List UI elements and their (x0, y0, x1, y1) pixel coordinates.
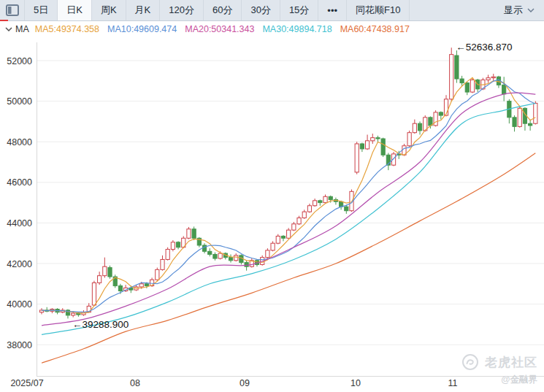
toolbar-tabs: 5日日K周K月K120分60分30分15分•••同花顺F10 (25, 0, 410, 20)
candle-body (307, 206, 311, 212)
candle-body (376, 138, 380, 139)
y-tick-label: 40000 (7, 299, 32, 310)
y-tick-label: 52000 (7, 56, 32, 66)
kline-chart[interactable]: 5200050000480004600044000420004000038000… (0, 36, 544, 392)
candle-body (302, 212, 306, 218)
candle-body (271, 243, 275, 250)
high-price-annotation: ←52636.870 (456, 42, 512, 53)
candle-body (287, 230, 291, 238)
y-axis-labels: 5200050000480004600044000420004000038000 (7, 56, 32, 350)
candle-body (281, 236, 285, 238)
y-tick-label: 38000 (7, 340, 32, 350)
tab-day-k[interactable]: 日K (58, 0, 92, 20)
ma-indicator-row: MA MA5:49374.358MA10:49609.474MA20:50341… (0, 21, 544, 36)
chart-toolbar: 5日日K周K月K120分60分30分15分•••同花顺F10 显示 (0, 0, 544, 21)
candle-body (345, 207, 348, 211)
grid-lines (37, 61, 544, 345)
candle-body (103, 266, 107, 276)
candle-body (292, 224, 296, 230)
candle-body (297, 218, 301, 223)
tab-5day[interactable]: 5日 (25, 0, 58, 20)
tab-30min[interactable]: 30分 (242, 0, 280, 20)
toolbar-spacer (410, 0, 494, 20)
candle-body (486, 78, 490, 80)
tab-more[interactable]: ••• (318, 0, 347, 20)
candle-body (218, 253, 222, 258)
candle-body (518, 108, 521, 126)
y-tick-label: 48000 (7, 137, 32, 147)
candle-body (161, 259, 164, 269)
tab-60min[interactable]: 60分 (204, 0, 242, 20)
candle-body (266, 250, 269, 258)
ma-title: MA (15, 24, 29, 34)
tab-ths-f10[interactable]: 同花顺F10 (347, 0, 410, 20)
candle-body (513, 118, 516, 127)
candle-body (371, 138, 375, 141)
x-tick-label: 10 (350, 378, 361, 388)
candle-body (72, 313, 75, 315)
ma-legend-ma30: MA30:49894.718 (262, 24, 332, 34)
display-button[interactable]: 显示 (494, 0, 544, 20)
candle-body (434, 112, 437, 126)
candle-body (465, 83, 469, 93)
candle-body (470, 80, 474, 92)
candle-body (355, 144, 359, 172)
candle-body (439, 112, 443, 115)
candle-body (108, 268, 112, 277)
ma-line-ma5 (42, 77, 535, 313)
candle-body (323, 196, 327, 202)
candle-body (208, 251, 212, 254)
y-tick-label: 50000 (7, 96, 32, 107)
ma-legend: MA5:49374.358MA10:49609.474MA20:50341.34… (35, 24, 418, 34)
candle-body (98, 276, 101, 283)
ma-line-ma20 (42, 93, 535, 326)
chevron-down-icon (5, 27, 12, 31)
ma-collapse-toggle[interactable] (5, 27, 12, 31)
ma-legend-ma10: MA10:49609.474 (107, 24, 177, 34)
candle-body (318, 201, 322, 203)
tab-month-k[interactable]: 月K (126, 0, 161, 20)
x-tick-label: 08 (130, 378, 140, 388)
candle-body (245, 263, 248, 267)
ma-line-ma30 (42, 104, 535, 335)
candle-body (381, 139, 385, 155)
candle-body (529, 123, 532, 126)
candle-body (229, 258, 232, 261)
candle-body (118, 286, 122, 291)
ma-legend-ma60: MA60:47438.917 (340, 24, 410, 34)
candle-body (213, 254, 217, 258)
candle-body (407, 133, 411, 146)
tab-120min[interactable]: 120分 (160, 0, 204, 20)
y-tick-label: 46000 (7, 177, 32, 188)
candle-body (192, 229, 196, 239)
low-price-annotation: ←39288.900 (72, 319, 129, 330)
candle-body (450, 55, 453, 99)
candle-body (171, 242, 175, 250)
y-tick-label: 42000 (7, 259, 32, 269)
ma-legend-ma20: MA20:50341.343 (185, 24, 254, 34)
y-tick-label: 44000 (7, 218, 32, 228)
candle-body (166, 250, 169, 260)
candle-body (156, 269, 159, 280)
candle-body (365, 141, 369, 149)
candle-body (418, 123, 421, 131)
candle-body (455, 55, 459, 79)
panel-toggle-button[interactable] (0, 0, 25, 20)
candle-body (460, 79, 464, 83)
candle-body (413, 123, 416, 133)
candle-body (534, 103, 537, 123)
tab-week-k[interactable]: 周K (92, 0, 126, 20)
candle-body (313, 201, 317, 206)
display-button-label: 显示 (504, 4, 523, 17)
tab-15min[interactable]: 15分 (280, 0, 318, 20)
x-tick-label: 09 (240, 378, 250, 388)
candle-body (491, 77, 495, 77)
candle-body (92, 283, 96, 305)
candle-body (187, 229, 191, 239)
ma-line-ma60 (42, 153, 535, 363)
panel-toggle-icon (6, 4, 19, 16)
candle-body (145, 284, 148, 286)
x-tick-label: 11 (448, 378, 458, 388)
candle-body (139, 284, 143, 287)
candle-body (502, 85, 506, 94)
